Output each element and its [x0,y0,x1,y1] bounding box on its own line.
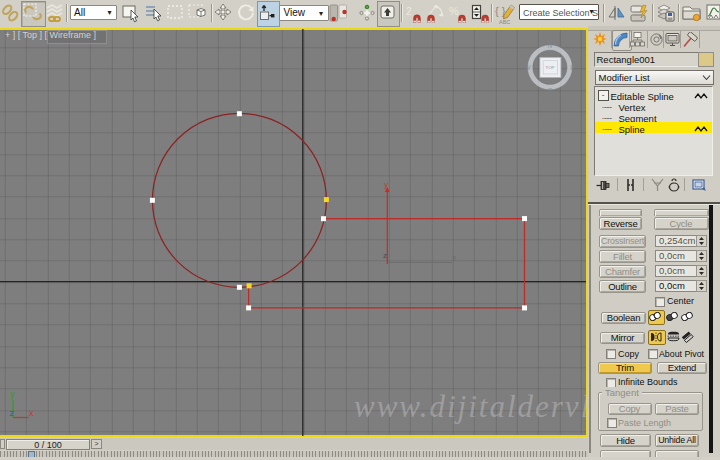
svg-text:2: 2 [406,6,412,17]
svg-text:TOP: TOP [546,65,555,70]
svg-text:E: E [570,64,575,71]
svg-text:%: % [449,5,459,17]
svg-text:x: x [29,408,34,418]
svg-text:ABC: ABC [499,19,510,25]
svg-text:z: z [383,251,387,260]
svg-text:y: y [10,389,15,399]
svg-text:S: S [548,87,553,94]
svg-text:y: y [384,180,388,189]
svg-text:z: z [10,408,15,418]
svg-text:W: W [524,64,531,71]
svg-text:x: x [452,253,456,262]
svg-text:N: N [548,42,553,49]
